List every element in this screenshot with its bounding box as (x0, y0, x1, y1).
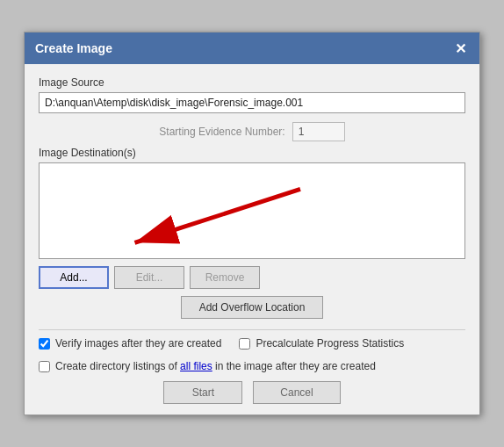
create-directory-checkbox[interactable] (39, 361, 50, 372)
start-button[interactable]: Start (163, 381, 242, 404)
evidence-number-input[interactable] (292, 122, 345, 141)
bottom-button-row: Start Cancel (39, 381, 465, 404)
precalculate-text: Precalculate Progress Statistics (256, 337, 404, 350)
create-image-dialog: Create Image ✕ Image Source Starting Evi… (24, 32, 480, 415)
evidence-number-label: Starting Evidence Number: (159, 126, 284, 138)
precalculate-row: Precalculate Progress Statistics (239, 337, 404, 350)
destination-button-row: Add... Edit... Remove (39, 266, 465, 289)
dialog-title: Create Image (35, 41, 112, 55)
evidence-number-row: Starting Evidence Number: (39, 122, 465, 141)
all-files-link: all files (180, 360, 212, 372)
edit-button[interactable]: Edit... (114, 266, 184, 289)
title-bar: Create Image ✕ (25, 32, 479, 64)
create-directory-suffix: in the image after they are created (215, 360, 376, 372)
create-directory-text: Create directory listings of all files i… (55, 360, 376, 372)
verify-images-row: Verify images after they are created (39, 337, 221, 350)
remove-button[interactable]: Remove (190, 266, 260, 289)
create-directory-prefix: Create directory listings of (55, 360, 177, 372)
close-button[interactable]: ✕ (451, 40, 469, 57)
divider (39, 329, 465, 330)
verify-images-checkbox[interactable] (39, 338, 50, 350)
precalculate-checkbox[interactable] (239, 338, 250, 350)
dialog-body: Image Source Starting Evidence Number: I… (25, 64, 479, 415)
add-button[interactable]: Add... (39, 266, 109, 289)
destination-list (39, 162, 465, 259)
image-source-label: Image Source (39, 76, 465, 89)
overflow-row: Add Overflow Location (39, 296, 465, 319)
cancel-button[interactable]: Cancel (253, 381, 340, 404)
image-source-input[interactable] (39, 92, 465, 113)
verify-images-text: Verify images after they are created (55, 337, 221, 350)
create-directory-row: Create directory listings of all files i… (39, 360, 465, 372)
add-overflow-button[interactable]: Add Overflow Location (181, 296, 324, 319)
image-destination-label: Image Destination(s) (39, 147, 465, 159)
svg-line-1 (134, 189, 300, 242)
